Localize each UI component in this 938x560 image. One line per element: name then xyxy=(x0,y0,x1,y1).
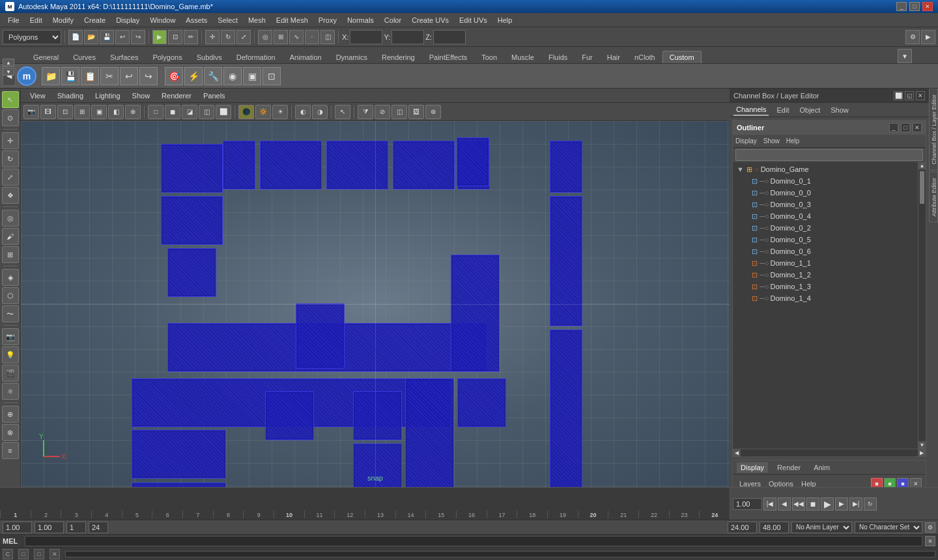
current-frame-2-input[interactable] xyxy=(66,522,86,533)
vp-uv-btn[interactable]: ⊕ xyxy=(125,105,141,119)
snap-curve-btn[interactable]: ∿ xyxy=(289,30,304,44)
preferences-btn[interactable]: ⚙ xyxy=(925,522,935,533)
vp-ao-btn[interactable]: ◑ xyxy=(312,105,328,119)
lower-tab-display[interactable]: Display xyxy=(737,462,768,473)
char-set-select[interactable]: No Character Set xyxy=(855,522,922,533)
domino-piece-6[interactable] xyxy=(457,137,489,186)
vp-flat-btn[interactable]: ◫ xyxy=(199,105,214,119)
menu-create[interactable]: Create xyxy=(79,15,111,25)
outliner-menu-show[interactable]: Show xyxy=(763,137,780,145)
new-scene-btn[interactable]: 📄 xyxy=(68,30,83,44)
cb-tab-channels[interactable]: Channels xyxy=(733,104,769,116)
shelf-icon-2[interactable]: 💾 xyxy=(61,67,79,85)
vp-menu-renderer[interactable]: Renderer xyxy=(156,91,197,101)
tree-item-domino-1-4[interactable]: ⊡ ─○ Domino_1_4 xyxy=(734,292,917,304)
shelf-tab-general[interactable]: General xyxy=(26,51,66,63)
vp-hud-btn[interactable]: ◫ xyxy=(391,105,407,119)
cb-tab-edit[interactable]: Edit xyxy=(774,105,791,115)
cv-curve-tool[interactable]: 〜 xyxy=(2,305,19,322)
outliner-scroll-left-btn[interactable]: ◀ xyxy=(733,449,741,457)
menu-mesh[interactable]: Mesh xyxy=(243,15,271,25)
vp-select-btn[interactable]: ▣ xyxy=(91,105,107,119)
paint-tool[interactable]: ✏ xyxy=(184,30,198,44)
domino-piece-7[interactable] xyxy=(550,141,582,193)
rotate-tool-left[interactable]: ↻ xyxy=(2,150,19,167)
menu-proxy[interactable]: Proxy xyxy=(313,15,342,25)
light-tool[interactable]: 💡 xyxy=(2,346,19,363)
shelf-scroll-up[interactable]: ▲ xyxy=(3,59,14,66)
domino-piece-16[interactable] xyxy=(132,430,226,479)
soft-select-btn[interactable]: ◎ xyxy=(258,30,272,44)
lower-tab-render[interactable]: Render xyxy=(773,462,804,473)
shelf-icon-12[interactable]: ⊡ xyxy=(263,67,281,85)
outliner-scroll-thumb[interactable] xyxy=(920,171,924,204)
scale-tool-left[interactable]: ⤢ xyxy=(2,169,19,186)
shelf-icon-8[interactable]: ⚡ xyxy=(184,67,203,85)
shelf-icon-1[interactable]: 📁 xyxy=(42,67,60,85)
outliner-tree[interactable]: ▼ ⊞ ○ Domino_Game ⊡ ─○ Domino_0_1 ⊡ xyxy=(733,162,918,449)
layers-menu[interactable]: Layers xyxy=(737,479,763,488)
menu-edit-mesh[interactable]: Edit Mesh xyxy=(271,15,313,25)
snap-view-btn[interactable]: ◫ xyxy=(320,30,335,44)
play-back-btn[interactable]: ◀◀ xyxy=(792,497,805,511)
max-frame-input[interactable] xyxy=(760,522,789,533)
outliner-maximize-btn[interactable]: □ xyxy=(901,123,910,132)
menu-edit[interactable]: Edit xyxy=(25,15,48,25)
menu-window[interactable]: Window xyxy=(145,15,180,25)
cb-float-btn[interactable]: ◱ xyxy=(905,91,914,100)
render-tool[interactable]: 🎬 xyxy=(2,365,19,382)
vp-menu-view[interactable]: View xyxy=(25,91,51,101)
domino-piece-20[interactable] xyxy=(353,391,402,440)
paint-select-tool[interactable]: ⊙ xyxy=(2,109,19,126)
undo-btn[interactable]: ↩ xyxy=(115,30,130,44)
tree-item-domino-1-2[interactable]: ⊡ ─○ Domino_1_2 xyxy=(734,269,917,281)
attribute-editor-side-tab[interactable]: Attribute Editor xyxy=(929,172,938,223)
command-line-input[interactable] xyxy=(25,536,922,546)
layer-delete-btn[interactable]: ✕ xyxy=(910,478,922,488)
domino-piece-2[interactable] xyxy=(260,141,322,189)
stop-btn[interactable]: ■ xyxy=(806,497,819,511)
shelf-icon-10[interactable]: ◉ xyxy=(223,67,242,85)
domino-piece-13[interactable] xyxy=(451,255,500,372)
vp-shadow-btn[interactable]: ◐ xyxy=(295,105,311,119)
shelf-tab-rendering[interactable]: Rendering xyxy=(375,51,422,63)
tree-item-domino-0-2[interactable]: ⊡ ─○ Domino_0_2 xyxy=(734,222,917,234)
vp-cursor-btn[interactable]: ↖ xyxy=(335,105,350,119)
shelf-icon-7[interactable]: 🎯 xyxy=(165,67,183,85)
outliner-menu-help[interactable]: Help xyxy=(786,137,800,145)
tree-item-domino-0-5[interactable]: ⊡ ─○ Domino_0_5 xyxy=(734,234,917,245)
snap-point-btn[interactable]: · xyxy=(305,30,319,44)
shelf-scroll-down[interactable]: ▼ xyxy=(3,68,14,76)
menu-select[interactable]: Select xyxy=(212,15,243,25)
domino-piece-24[interactable] xyxy=(550,329,582,487)
show-manip[interactable]: ⊞ xyxy=(2,246,19,263)
tree-expand-domino-game[interactable]: ▼ xyxy=(737,165,745,173)
vp-menu-shading[interactable]: Shading xyxy=(52,91,89,101)
vp-image-plane-btn[interactable]: 🖼 xyxy=(408,105,424,119)
vp-all-lights-btn[interactable]: ☀ xyxy=(272,105,288,119)
shelf-tab-polygons[interactable]: Polygons xyxy=(145,51,189,63)
menu-help[interactable]: Help xyxy=(492,15,518,25)
tree-item-domino-game[interactable]: ▼ ⊞ ○ Domino_Game xyxy=(734,163,917,175)
shelf-tab-curves[interactable]: Curves xyxy=(66,51,103,63)
camera-tool[interactable]: 📷 xyxy=(2,328,19,345)
tree-item-domino-1-1[interactable]: ⊡ ─○ Domino_1_1 xyxy=(734,257,917,269)
tree-item-domino-0-0[interactable]: ⊡ ─○ Domino_0_0 xyxy=(734,187,917,199)
viewport-canvas[interactable]: X Y snap xyxy=(21,121,730,487)
vp-wire-btn[interactable]: □ xyxy=(148,105,163,119)
lower-tab-anim[interactable]: Anim xyxy=(810,462,834,473)
scale-tool[interactable]: ⤢ xyxy=(236,30,251,44)
play-fwd-btn[interactable]: ▶ xyxy=(821,497,834,511)
dynamics-tool[interactable]: ⚛ xyxy=(2,383,19,400)
domino-piece-22[interactable] xyxy=(405,378,454,487)
layer-new-render-btn[interactable]: ■ xyxy=(884,478,896,488)
surface-tool[interactable]: ◈ xyxy=(2,269,19,286)
redo-btn[interactable]: ↪ xyxy=(131,30,145,44)
start-frame2-input[interactable] xyxy=(35,522,64,533)
cb-expand-btn[interactable]: ⬜ xyxy=(894,91,903,100)
tree-item-domino-0-4[interactable]: ⊡ ─○ Domino_0_4 xyxy=(734,210,917,222)
move-tool[interactable]: ✛ xyxy=(205,30,220,44)
universal-manip[interactable]: ❖ xyxy=(2,187,19,204)
domino-piece-4[interactable] xyxy=(393,141,455,189)
end-frame-2-input[interactable] xyxy=(728,522,757,533)
